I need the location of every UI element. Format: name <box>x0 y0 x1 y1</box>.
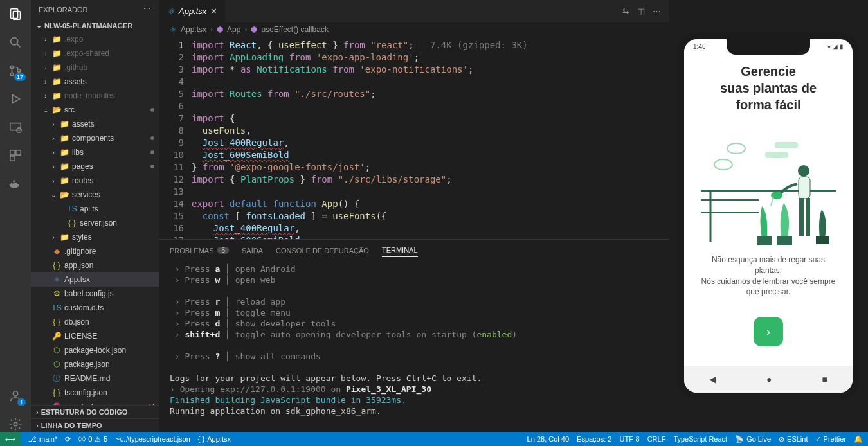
android-nav-bar: ◀ ● ■ <box>684 366 853 393</box>
active-file[interactable]: { } App.tsx <box>198 435 231 443</box>
tree-item[interactable]: ⌄📂services <box>31 188 159 202</box>
close-tab-icon[interactable]: ✕ <box>210 6 217 16</box>
remote-explorer-icon[interactable] <box>8 120 23 135</box>
tree-item[interactable]: ›📁pages <box>31 159 159 174</box>
tree-item[interactable]: ›📁libs <box>31 145 159 159</box>
file-icon: 📂 <box>51 105 62 114</box>
svg-line-3 <box>17 44 21 48</box>
tree-item[interactable]: { }db.json <box>31 315 159 329</box>
tree-item[interactable]: ⬡package.json <box>31 357 159 371</box>
settings-gear-icon[interactable] <box>8 416 23 432</box>
back-icon[interactable]: ◀ <box>709 374 716 384</box>
tree-item[interactable]: ›📁styles <box>31 230 159 244</box>
project-header[interactable]: ⌄ NLW-05-PLANTMANAGER <box>31 19 159 32</box>
file-icon: ⬡ <box>51 346 62 355</box>
react-icon: ⚛ <box>170 25 177 34</box>
git-branch[interactable]: ⎇ main* <box>28 435 57 443</box>
tree-item[interactable]: ⚛App.tsx <box>31 272 159 287</box>
problems-indicator[interactable]: ⓧ 0 ⚠ 5 <box>78 434 107 444</box>
tree-item[interactable]: { }tsconfig.json <box>31 386 159 400</box>
tree-item[interactable]: TScustom.d.ts <box>31 301 159 315</box>
indentation[interactable]: Espaços: 2 <box>577 435 611 443</box>
prettier-status[interactable]: ✓ Prettier <box>815 435 846 443</box>
tree-item[interactable]: 🧶yarn.lockM <box>31 400 159 405</box>
outline-section[interactable]: ›ESTRUTURA DO CÓDIGO <box>31 405 159 418</box>
go-live[interactable]: 📡 Go Live <box>735 435 771 443</box>
tree-item[interactable]: 🔑LICENSE <box>31 329 159 343</box>
svg-rect-8 <box>10 123 21 130</box>
code-editor[interactable]: 1234567891011121314151617 import React, … <box>159 37 669 239</box>
file-icon: 📂 <box>59 190 69 199</box>
tab-problems[interactable]: PROBLEMAS5 <box>170 244 229 257</box>
svg-rect-11 <box>16 150 21 155</box>
tree-label: .expo <box>64 35 83 44</box>
run-debug-icon[interactable] <box>8 91 23 107</box>
eol[interactable]: CRLF <box>647 435 666 443</box>
language-mode[interactable]: TypeScript React <box>673 435 727 443</box>
tab-terminal[interactable]: TERMINAL <box>382 244 418 257</box>
tree-item[interactable]: ⌄📂src <box>31 103 159 117</box>
terminal[interactable]: › Press a │ open Android › Press w │ ope… <box>159 257 669 432</box>
docker-icon[interactable] <box>8 176 23 192</box>
tree-item[interactable]: ›📁node_modules <box>31 89 159 103</box>
search-icon[interactable] <box>8 35 23 50</box>
split-editor-icon[interactable]: ◫ <box>637 6 645 16</box>
sidebar-more-icon[interactable]: ⋯ <box>143 5 152 13</box>
remote-indicator[interactable]: ⟷ <box>0 432 21 446</box>
file-icon: 🔑 <box>51 332 62 341</box>
svg-rect-0 <box>11 9 18 19</box>
file-icon: ⓘ <box>51 373 62 384</box>
tree-item[interactable]: ›📁.expo <box>31 32 159 46</box>
tree-item[interactable]: ⓘREADME.md <box>31 371 159 386</box>
svg-point-30 <box>798 165 809 177</box>
explorer-sidebar: EXPLORADOR ⋯ ⌄ NLW-05-PLANTMANAGER ›📁.ex… <box>31 0 159 432</box>
recents-icon[interactable]: ■ <box>822 374 827 384</box>
tree-label: README.md <box>64 374 110 383</box>
tab-app-tsx[interactable]: ⚛ App.tsx ✕ <box>159 0 226 22</box>
source-control-icon[interactable]: 17 <box>8 63 23 78</box>
tab-output[interactable]: SAÍDA <box>242 244 263 257</box>
cursor-position[interactable]: Ln 28, Col 40 <box>527 435 569 443</box>
notifications-icon[interactable]: 🔔 <box>854 435 863 443</box>
tree-item[interactable]: ⬡package-lock.json <box>31 343 159 357</box>
encoding[interactable]: UTF-8 <box>619 435 639 443</box>
file-icon: 📁 <box>59 162 69 171</box>
file-icon: 📁 <box>51 91 62 100</box>
svg-rect-32 <box>799 198 804 236</box>
code-content[interactable]: import React, { useEffect } from "react"… <box>192 37 669 239</box>
status-bar: ⟷ ⎇ main* ⟳ ⓧ 0 ⚠ 5 ~\...\typescriptreac… <box>0 432 868 446</box>
svg-rect-16 <box>13 181 15 183</box>
more-actions-icon[interactable]: ⋯ <box>653 6 661 16</box>
explorer-icon[interactable] <box>8 6 23 22</box>
tree-item[interactable]: ◆.gitignore <box>31 244 159 258</box>
timeline-section[interactable]: ›LINHA DO TEMPO <box>31 418 159 432</box>
tree-item[interactable]: ›📁.expo-shared <box>31 46 159 60</box>
start-button[interactable]: › <box>754 317 783 346</box>
tree-label: services <box>72 190 100 199</box>
compare-icon[interactable]: ⇆ <box>622 6 629 16</box>
sync-icon[interactable]: ⟳ <box>65 435 71 443</box>
tree-item[interactable]: { }server.json <box>31 216 159 230</box>
tree-item[interactable]: ›📁.github <box>31 60 159 75</box>
breadcrumb[interactable]: ⚛ App.tsx› ⬢ App› ⬢ useEffect() callback <box>159 22 669 37</box>
tree-label: src <box>64 105 75 114</box>
tab-debug-console[interactable]: CONSOLE DE DEPURAÇÃO <box>276 244 369 257</box>
eslint-status[interactable]: ⊘ ESLint <box>779 435 808 443</box>
account-icon[interactable]: 1 <box>8 388 23 404</box>
tree-item[interactable]: TSapi.ts <box>31 202 159 216</box>
tree-item[interactable]: { }app.json <box>31 258 159 272</box>
extensions-icon[interactable] <box>8 148 23 163</box>
tree-label: package.json <box>64 360 110 369</box>
tree-item[interactable]: ⚙babel.config.js <box>31 287 159 301</box>
home-icon[interactable]: ● <box>766 374 772 384</box>
tree-item[interactable]: ›📁routes <box>31 174 159 188</box>
file-path[interactable]: ~\...\typescriptreact.json <box>115 435 190 443</box>
tree-label: custom.d.ts <box>64 303 104 312</box>
panel-tab-bar: PROBLEMAS5 SAÍDA CONSOLE DE DEPURAÇÃO TE… <box>159 240 669 257</box>
tree-item[interactable]: ›📁assets <box>31 75 159 89</box>
tree-item[interactable]: ›📁assets <box>31 117 159 131</box>
file-icon: ⚛ <box>51 275 62 284</box>
tree-label: App.tsx <box>64 275 90 284</box>
svg-rect-13 <box>11 183 13 184</box>
tree-item[interactable]: ›📁components <box>31 131 159 145</box>
